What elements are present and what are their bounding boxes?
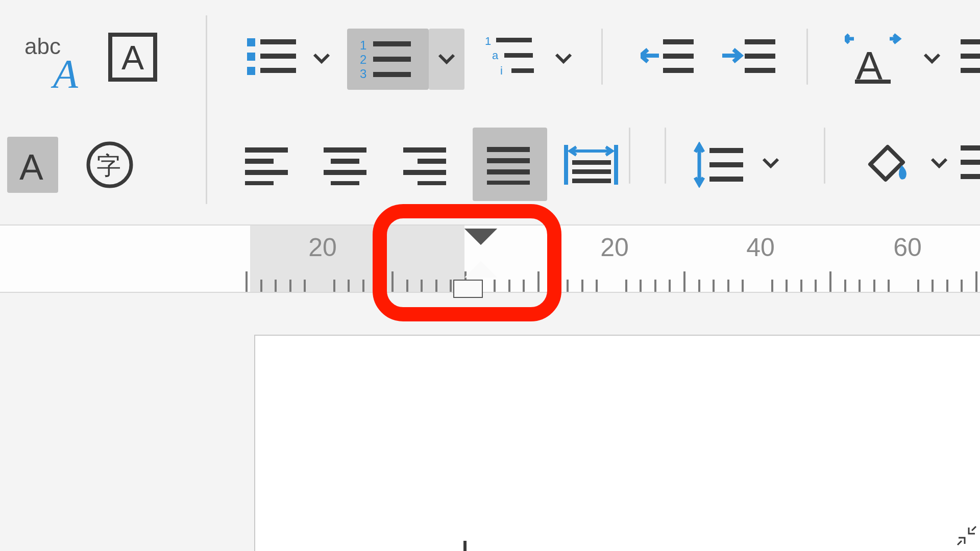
- svg-rect-39: [324, 170, 366, 175]
- partial-button-right-1[interactable]: [961, 31, 980, 82]
- svg-rect-13: [373, 57, 411, 62]
- paint-bucket-icon: [860, 139, 911, 185]
- svg-rect-26: [745, 54, 775, 59]
- multilevel-list-icon: 1 a i: [485, 33, 541, 80]
- align-right-button[interactable]: [398, 137, 454, 193]
- enclose-characters-button[interactable]: 字: [82, 137, 138, 193]
- collapse-icon[interactable]: [957, 525, 977, 548]
- svg-rect-53: [572, 179, 611, 183]
- svg-text:2: 2: [360, 53, 366, 66]
- toolbar-separator: [824, 128, 825, 184]
- svg-rect-35: [245, 170, 288, 175]
- decrease-indent-button[interactable]: [638, 31, 699, 82]
- spellcheck-button[interactable]: abc A: [20, 31, 87, 92]
- chevron-down-icon: [929, 153, 949, 173]
- ruler-margin-area: [250, 226, 464, 292]
- ruler-label: 40: [746, 233, 775, 262]
- multilevel-list-button[interactable]: 1 a i: [480, 31, 546, 82]
- numbering-button[interactable]: 1 2 3: [347, 29, 429, 90]
- justify-button[interactable]: [473, 128, 547, 201]
- align-left-button[interactable]: [240, 137, 296, 193]
- chevron-down-icon: [922, 48, 942, 69]
- ruler-label: 20: [308, 233, 337, 262]
- svg-rect-57: [961, 39, 980, 44]
- numbering-icon: 1 2 3: [360, 36, 416, 82]
- svg-rect-38: [331, 159, 359, 164]
- svg-rect-41: [403, 147, 446, 153]
- phonetic-guide-button[interactable]: A: [842, 31, 909, 87]
- svg-rect-58: [961, 54, 980, 59]
- ruler-label: 60: [893, 233, 922, 262]
- chevron-down-icon: [553, 48, 574, 69]
- svg-rect-11: [373, 41, 411, 46]
- bullets-button[interactable]: [240, 31, 306, 82]
- svg-rect-34: [245, 159, 274, 164]
- numbering-dropdown[interactable]: [429, 29, 464, 90]
- partial-button-right-2[interactable]: [961, 137, 980, 188]
- toolbar-separator: [206, 15, 207, 204]
- chevron-down-icon: [311, 48, 332, 69]
- svg-rect-62: [961, 174, 980, 179]
- distributed-button[interactable]: [561, 137, 623, 193]
- svg-rect-27: [745, 68, 775, 73]
- svg-rect-60: [961, 145, 980, 151]
- svg-rect-44: [418, 181, 446, 185]
- svg-rect-61: [961, 160, 980, 165]
- first-line-indent-marker[interactable]: [464, 229, 497, 245]
- text-cursor: [463, 541, 467, 551]
- bullets-dropdown[interactable]: [311, 48, 332, 69]
- svg-rect-56: [709, 177, 743, 182]
- svg-text:字: 字: [96, 152, 121, 179]
- svg-rect-23: [663, 54, 694, 59]
- lines-icon: [961, 33, 980, 79]
- svg-text:A: A: [51, 52, 79, 92]
- document-page[interactable]: [254, 335, 980, 551]
- multilevel-dropdown[interactable]: [553, 48, 574, 69]
- svg-rect-42: [418, 159, 446, 164]
- left-indent-marker[interactable]: [453, 280, 483, 298]
- svg-rect-4: [247, 38, 255, 46]
- svg-rect-59: [961, 68, 980, 73]
- svg-rect-49: [564, 145, 568, 185]
- justify-icon: [487, 144, 533, 185]
- svg-rect-36: [245, 181, 274, 185]
- chevron-down-icon: [761, 153, 781, 173]
- svg-rect-7: [260, 54, 296, 59]
- text-box-button[interactable]: A: [107, 32, 158, 83]
- hanging-indent-marker[interactable]: [464, 261, 497, 278]
- shading-button[interactable]: [857, 134, 914, 190]
- font-color-button[interactable]: A: [7, 137, 58, 193]
- toolbar-separator: [806, 29, 808, 85]
- align-center-icon: [324, 144, 370, 185]
- svg-rect-51: [572, 160, 611, 165]
- toolbar-separator: [665, 128, 666, 184]
- svg-rect-17: [496, 38, 532, 42]
- increase-indent-button[interactable]: [720, 31, 781, 82]
- line-spacing-button[interactable]: [687, 137, 753, 193]
- svg-rect-9: [260, 68, 296, 73]
- svg-rect-24: [663, 68, 694, 73]
- increase-indent-icon: [722, 33, 778, 79]
- lines-icon: [961, 139, 980, 185]
- shading-dropdown[interactable]: [929, 153, 949, 173]
- svg-text:i: i: [500, 64, 503, 77]
- svg-rect-46: [487, 158, 530, 163]
- svg-text:3: 3: [360, 67, 366, 81]
- svg-rect-37: [324, 147, 366, 153]
- svg-rect-48: [487, 181, 530, 185]
- svg-rect-21: [511, 68, 534, 73]
- bullets-icon: [245, 33, 301, 79]
- enclose-characters-icon: 字: [84, 139, 135, 190]
- align-center-button[interactable]: [318, 137, 375, 193]
- line-spacing-dropdown[interactable]: [761, 153, 781, 173]
- svg-rect-5: [260, 39, 296, 44]
- line-spacing-icon: [692, 142, 748, 188]
- align-left-icon: [245, 144, 291, 185]
- svg-rect-6: [247, 53, 255, 61]
- toolbar-separator: [601, 29, 603, 85]
- svg-text:A: A: [19, 147, 43, 187]
- svg-rect-22: [663, 39, 694, 44]
- svg-text:1: 1: [485, 35, 491, 47]
- phonetic-guide-dropdown[interactable]: [922, 48, 942, 69]
- text-box-icon: A: [107, 32, 158, 83]
